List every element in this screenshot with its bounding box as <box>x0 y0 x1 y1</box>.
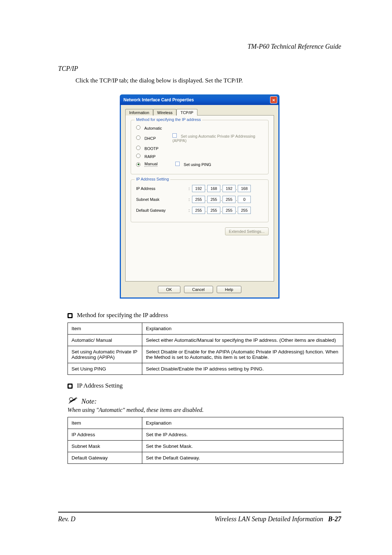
help-button[interactable]: Help <box>217 286 242 293</box>
table-cell-item: Set Using PING <box>68 363 142 375</box>
table-head-explanation: Explanation <box>142 323 343 335</box>
list-item-ipsetting: IP Address Setting <box>68 382 341 389</box>
table-cell-exp: Select Disable/Enable the IP address set… <box>142 363 343 375</box>
gw-octet2[interactable]: 255 <box>207 207 220 214</box>
dot-icon: . <box>221 208 222 212</box>
table-method: Item Explanation Automatic/ Manual Selec… <box>68 323 343 375</box>
radio-rarp-label: RARP <box>144 154 156 159</box>
table-cell-exp: Set the IP Address. <box>142 429 343 441</box>
table-row: Set Using PING Select Disable/Enable the… <box>68 363 343 375</box>
dot-icon: . <box>236 208 237 212</box>
dot-icon: . <box>205 208 207 212</box>
checkbox-apipa[interactable] <box>172 133 177 138</box>
label-subnetmask: Subnet Mask <box>136 197 186 202</box>
extended-settings-button[interactable]: Extended Settings... <box>225 227 269 235</box>
gw-octet4[interactable]: 255 <box>238 207 251 214</box>
row-subnetmask: Subnet Mask : 255. 255. 255. 0 <box>136 196 263 203</box>
table-cell-item: Set using Automatic Private IP Addressin… <box>68 346 142 363</box>
tab-panel-tcpip: Method for specifying the IP address Aut… <box>125 116 274 281</box>
doc-header-title: TM-P60 Technical Reference Guide <box>58 43 341 50</box>
dialog-button-row: OK Cancel Help <box>125 286 274 293</box>
ok-button[interactable]: OK <box>158 286 180 293</box>
list-item-ipsetting-text: IP Address Setting <box>77 382 123 389</box>
radio-rarp[interactable] <box>136 154 140 158</box>
gw-octet1[interactable]: 255 <box>192 207 205 214</box>
colon-icon: : <box>186 186 192 191</box>
colon-icon: : <box>186 197 192 202</box>
checkbox-apipa-label: Set using Automatic Private IP Addressin… <box>172 134 255 143</box>
table-row: IP Address Set the IP Address. <box>68 429 343 441</box>
dot-icon: . <box>221 197 222 202</box>
row-gateway: Default Gateway : 255. 255. 255. 255 <box>136 207 263 214</box>
nic-properties-dialog: Network Interface Card Properties × Info… <box>120 94 279 299</box>
mask-octet1[interactable]: 255 <box>192 196 205 203</box>
table-row: Subnet Mask Set the Subnet Mask. <box>68 441 343 452</box>
list-item-method: Method for specifying the IP address <box>68 312 341 319</box>
table-cell-item: Automatic/ Manual <box>68 335 142 346</box>
table-row: Automatic/ Manual Select either Automati… <box>68 335 343 346</box>
table-cell-item: Subnet Mask <box>68 441 142 452</box>
dot-icon: . <box>205 197 207 202</box>
table-head-item: Item <box>68 417 142 429</box>
label-ipaddress: IP Address <box>136 186 186 191</box>
cancel-button[interactable]: Cancel <box>184 286 213 293</box>
mask-octet4[interactable]: 0 <box>238 196 251 203</box>
dialog-title: Network Interface Card Properties <box>123 97 194 102</box>
tab-tcpip[interactable]: TCP/IP <box>176 109 197 116</box>
ipaddr-octet3[interactable]: 192 <box>222 185 236 192</box>
footer-rev: Rev. D <box>58 515 75 523</box>
tab-information[interactable]: Information <box>125 109 153 116</box>
table-row: Default Gateway Set the Default Gateway. <box>68 452 343 464</box>
group-method-legend: Method for specifying the IP address <box>135 117 202 122</box>
group-ip-settings: IP Address Setting IP Address : 192. 168… <box>131 179 269 222</box>
radio-bootp[interactable] <box>136 146 140 150</box>
dot-icon: . <box>205 186 207 191</box>
table-cell-exp: Set the Default Gateway. <box>142 452 343 464</box>
footer-section-title: Wireless LAN Setup Detailed Information <box>215 515 323 523</box>
table-cell-item: Default Gateway <box>68 452 142 464</box>
section-heading: TCP/IP <box>58 65 341 73</box>
group-ip-legend: IP Address Setting <box>135 177 170 181</box>
section-intro: Click the TCP/IP tab; the dialog below i… <box>75 77 341 84</box>
note-icon <box>68 397 78 405</box>
ipaddr-octet2[interactable]: 168 <box>207 185 220 192</box>
table-cell-exp: Select either Automatic/Manual for speci… <box>142 335 343 346</box>
tab-wireless[interactable]: Wireless <box>153 109 176 116</box>
checkbox-ping-label: Set using PING <box>184 162 211 167</box>
table-cell-exp: Select Disable or Enable for the APIPA (… <box>142 346 343 363</box>
radio-manual-label: Manual <box>144 162 158 167</box>
label-gateway: Default Gateway <box>136 208 186 212</box>
close-icon[interactable]: × <box>270 96 277 104</box>
dialog-body: Information Wireless TCP/IP Method for s… <box>120 105 279 299</box>
table-cell-exp: Set the Subnet Mask. <box>142 441 343 452</box>
note-text: When using "Automatic" method, these ite… <box>68 407 341 413</box>
table-ipsetting: Item Explanation IP Address Set the IP A… <box>68 417 343 464</box>
page-footer: Rev. D Wireless LAN Setup Detailed Infor… <box>58 515 341 523</box>
dialog-tabs: Information Wireless TCP/IP <box>125 109 274 116</box>
footer-right: Wireless LAN Setup Detailed Information … <box>215 515 341 523</box>
radio-dhcp-label: DHCP <box>144 136 156 141</box>
radio-automatic[interactable] <box>136 125 140 130</box>
mask-octet2[interactable]: 255 <box>207 196 220 203</box>
ipaddr-octet1[interactable]: 192 <box>192 185 205 192</box>
radio-dhcp[interactable] <box>136 135 140 140</box>
table-head-explanation: Explanation <box>142 417 343 429</box>
gw-octet3[interactable]: 255 <box>222 207 236 214</box>
table-row: Set using Automatic Private IP Addressin… <box>68 346 343 363</box>
table-row: Item Explanation <box>68 417 343 429</box>
checkbox-ping[interactable] <box>175 162 180 166</box>
note-label: Note: <box>81 397 97 405</box>
bullet-icon <box>68 384 73 389</box>
colon-icon: : <box>186 208 192 212</box>
dot-icon: . <box>236 186 237 191</box>
list-item-method-text: Method for specifying the IP address <box>77 312 168 319</box>
radio-manual[interactable] <box>136 162 140 167</box>
note-block: Note: <box>68 397 341 405</box>
footer-page-number: B-27 <box>328 515 341 523</box>
dot-icon: . <box>221 186 222 191</box>
mask-octet3[interactable]: 255 <box>222 196 236 203</box>
dot-icon: . <box>236 197 237 202</box>
table-row: Item Explanation <box>68 323 343 335</box>
table-head-item: Item <box>68 323 142 335</box>
ipaddr-octet4[interactable]: 168 <box>238 185 251 192</box>
